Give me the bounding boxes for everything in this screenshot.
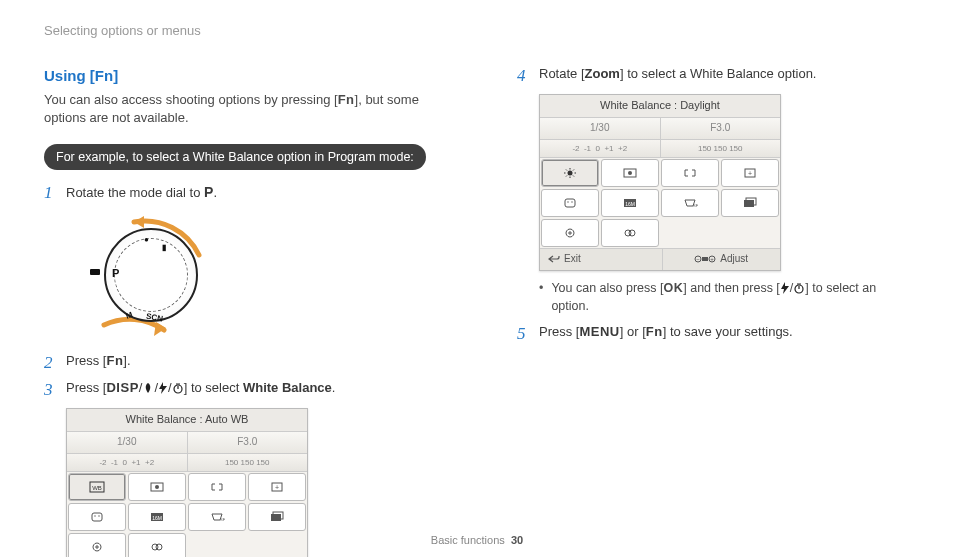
ev-scale: -2 -1 0 +1 +2 <box>67 454 188 472</box>
fn-key-icon: Fn <box>106 352 123 371</box>
aperture-readout: F3.0 <box>188 432 308 453</box>
step-text-end: ] to save your settings. <box>663 324 793 339</box>
iso-v: 150 <box>241 458 254 467</box>
dial-mark-icon: ● <box>144 234 149 246</box>
exit-label: Exit <box>564 252 581 267</box>
panel-title: White Balance : Daylight <box>540 95 780 118</box>
breadcrumb: Selecting options or menus <box>44 22 910 41</box>
svg-point-25 <box>568 171 573 176</box>
panel-title: White Balance : Auto WB <box>67 409 307 432</box>
option-grid: + 16M SF <box>540 158 780 248</box>
step-text: Press [ <box>66 380 106 395</box>
svg-text:+: + <box>275 484 279 491</box>
adjust-label: Adjust <box>720 252 748 267</box>
step-3: 3 Press [DISP///] to select White Balanc… <box>44 379 437 400</box>
flash-icon <box>158 382 168 394</box>
ev-value: 0 <box>596 144 600 153</box>
flash-mode-icon: + <box>248 473 306 501</box>
svg-text:+: + <box>748 170 752 177</box>
disp-key-icon: DISP <box>106 379 138 398</box>
panel-exit: Exit <box>540 249 663 270</box>
fn-key-icon: Fn <box>338 91 355 110</box>
iso-v: 150 <box>256 458 269 467</box>
svg-point-7 <box>155 485 159 489</box>
size-icon: 16M <box>601 189 659 217</box>
face-det-icon <box>541 189 599 217</box>
flash-mode-icon: + <box>721 159 779 187</box>
step-text-end: . <box>332 380 336 395</box>
size-icon: 16M <box>128 503 186 531</box>
note-b: ] and then press [ <box>683 281 780 295</box>
step-number: 3 <box>44 379 66 400</box>
intro-text-a: You can also access shooting options by … <box>44 92 338 107</box>
focus-area-icon <box>661 159 719 187</box>
footer-section: Basic functions <box>431 534 505 546</box>
drive-icon <box>721 189 779 217</box>
svg-text:SF: SF <box>693 203 698 208</box>
svg-point-35 <box>628 171 632 175</box>
svg-point-47 <box>629 230 635 236</box>
drive-icon <box>248 503 306 531</box>
metering-icon <box>601 159 659 187</box>
iso-v: 150 <box>729 144 742 153</box>
step-text-mid: ] to select <box>184 380 243 395</box>
right-column: 4 Rotate [Zoom] to select a White Balanc… <box>517 65 910 557</box>
timer-icon <box>793 282 805 294</box>
step-text: Press [ <box>539 324 579 339</box>
svg-rect-38 <box>565 199 575 207</box>
page-footer: Basic functions 30 <box>0 533 954 549</box>
focus-area-icon <box>188 473 246 501</box>
svg-line-30 <box>566 170 567 171</box>
svg-line-32 <box>566 176 567 177</box>
svg-rect-10 <box>92 513 102 521</box>
svg-text:16M: 16M <box>625 201 635 207</box>
step-text: Press [ <box>66 353 106 368</box>
macro-icon <box>142 382 154 394</box>
step-text-end: ]. <box>123 353 130 368</box>
note-a: You can also press [ <box>551 281 663 295</box>
dial-pointer-icon <box>90 269 100 275</box>
dial-mark-icon: ▮ <box>162 242 166 254</box>
wb-daylight-icon <box>541 159 599 187</box>
svg-point-12 <box>98 515 99 516</box>
ok-key-icon: OK <box>664 279 684 297</box>
section-intro: You can also access shooting options by … <box>44 91 437 129</box>
iso-scale: 150 150 150 <box>661 140 781 158</box>
quality-icon: SF <box>188 503 246 531</box>
quality-icon: SF <box>661 189 719 217</box>
svg-text:16M: 16M <box>152 515 162 521</box>
left-column: Using [Fn] You can also access shooting … <box>44 65 437 557</box>
shutter-readout: 1/30 <box>540 118 661 139</box>
dial-mark-scn: SCN <box>145 310 164 324</box>
section-title: Using [Fn] <box>44 65 437 87</box>
aperture-readout: F3.0 <box>661 118 781 139</box>
svg-rect-50 <box>702 257 708 261</box>
step-mid: ] or [ <box>620 324 646 339</box>
mode-p-icon: P <box>204 184 213 200</box>
dial-p-label: P <box>112 266 119 282</box>
wb-auto-icon: WB <box>68 473 126 501</box>
step-1: 1 Rotate the mode dial to P. <box>44 182 437 203</box>
iso-v: 150 <box>225 458 238 467</box>
flash-icon <box>780 282 790 294</box>
step-text: Rotate [ <box>539 66 585 81</box>
step-number: 2 <box>44 352 66 373</box>
svg-marker-0 <box>134 216 144 228</box>
ev-value: 0 <box>123 458 127 467</box>
lcd-panel-daylight: White Balance : Daylight 1/30 F3.0 -2 -1… <box>539 94 781 271</box>
svg-text:−: − <box>697 256 701 262</box>
step-text: Rotate the mode dial to <box>66 185 204 200</box>
metering-icon <box>128 473 186 501</box>
back-arrow-icon <box>548 254 560 264</box>
svg-point-39 <box>567 201 568 202</box>
zoom-key-icon: Zoom <box>585 66 620 81</box>
svg-line-33 <box>573 170 574 171</box>
ev-scale: -2 -1 0 +1 +2 <box>540 140 661 158</box>
step-text-end: ] to select a White Balance option. <box>620 66 817 81</box>
step-number: 4 <box>517 65 539 86</box>
svg-marker-53 <box>781 282 789 294</box>
svg-marker-2 <box>159 382 167 394</box>
step-text-end: . <box>213 185 217 200</box>
zoom-toggle-icon: −+ <box>694 254 716 264</box>
iso-v: 150 <box>714 144 727 153</box>
